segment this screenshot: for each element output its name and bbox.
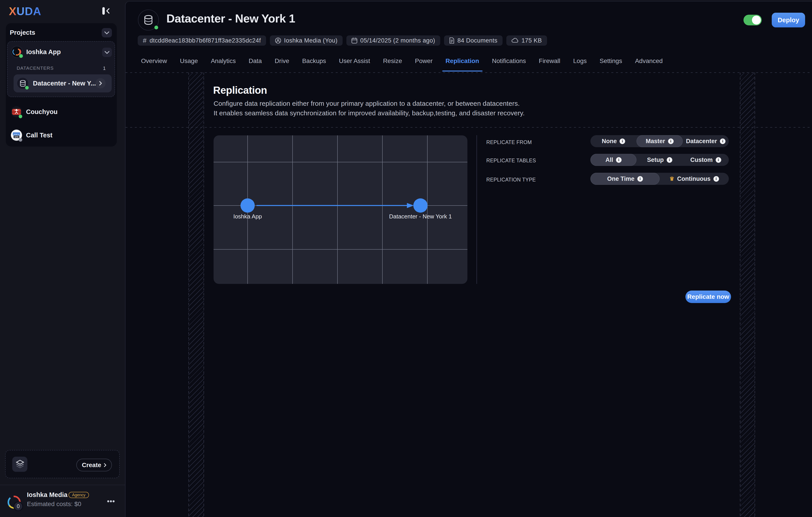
svg-text:SITE: SITE xyxy=(14,136,19,138)
svg-text:DOCX: DOCX xyxy=(13,133,20,135)
